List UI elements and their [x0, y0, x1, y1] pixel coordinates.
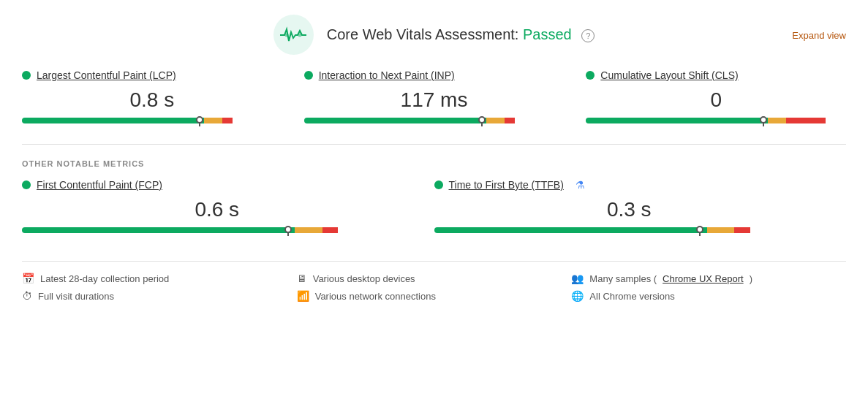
ttfb-bar-orange — [707, 227, 734, 233]
lcp-marker — [199, 116, 200, 126]
inp-dot — [304, 71, 313, 80]
flask-icon: ⚗ — [575, 179, 585, 191]
expand-view-link[interactable]: Expand view — [792, 29, 846, 40]
title-prefix: Core Web Vitals Assessment: — [327, 26, 523, 42]
fcp-label: First Contentful Paint (FCP) — [22, 179, 412, 191]
svg-point-0 — [285, 33, 289, 37]
wifi-icon: 📶 — [297, 290, 309, 302]
ttfb-bar-red — [734, 227, 750, 233]
ttfb-bar-container — [434, 227, 825, 239]
footer-item-chrome: 🌐 All Chrome versions — [571, 290, 846, 302]
lcp-label: Largest Contentful Paint (LCP) — [22, 69, 282, 81]
inp-marker-line — [481, 122, 483, 126]
cls-marker-line — [763, 122, 764, 126]
footer-info: 📅 Latest 28-day collection period ⏱ Full… — [22, 261, 846, 302]
cls-dot — [586, 71, 595, 80]
header-title: Core Web Vitals Assessment: Passed ? — [327, 26, 595, 43]
lcp-bar-red — [222, 118, 233, 123]
lcp-bar-orange — [204, 118, 222, 123]
ttfb-bar — [434, 227, 825, 233]
cls-value: 0 — [586, 88, 846, 112]
ttfb-dot — [434, 180, 443, 189]
main-container: Core Web Vitals Assessment: Passed ? Exp… — [0, 0, 868, 316]
footer-28day-text: Latest 28-day collection period — [40, 273, 169, 284]
title-status: Passed — [523, 26, 572, 42]
vitals-icon — [273, 15, 314, 55]
cls-link[interactable]: Cumulative Layout Shift (CLS) — [600, 69, 738, 81]
footer-item-28day: 📅 Latest 28-day collection period — [22, 273, 297, 284]
users-icon: 👥 — [571, 273, 584, 284]
footer-chrome-text: All Chrome versions — [589, 291, 674, 302]
inp-bar-orange — [486, 118, 505, 123]
clock-icon: ⏱ — [22, 290, 32, 302]
inp-bar — [304, 118, 565, 123]
footer-col-3: 👥 Many samples (Chrome UX Report) 🌐 All … — [571, 273, 846, 302]
ttfb-label: Time to First Byte (TTFB) ⚗ — [434, 179, 825, 191]
ttfb-marker — [699, 226, 701, 236]
secondary-metrics-row: First Contentful Paint (FCP) 0.6 s Time … — [22, 179, 846, 239]
primary-metrics-row: Largest Contentful Paint (LCP) 0.8 s Int… — [22, 69, 846, 145]
lcp-link[interactable]: Largest Contentful Paint (LCP) — [37, 69, 176, 81]
ttfb-bar-green — [434, 227, 707, 233]
footer-col-2: 🖥 Various desktop devices 📶 Various netw… — [297, 273, 572, 302]
fcp-bar-orange — [295, 227, 322, 233]
fcp-dot — [22, 180, 31, 189]
inp-bar-container — [304, 118, 565, 129]
ttfb-marker-line — [699, 232, 701, 236]
desktop-icon: 🖥 — [297, 273, 307, 284]
fcp-marker — [287, 226, 289, 236]
metric-card-inp: Interaction to Next Paint (INP) 117 ms — [304, 69, 586, 129]
lcp-value: 0.8 s — [22, 88, 282, 112]
fcp-bar-green — [22, 227, 295, 233]
lcp-marker-line — [199, 122, 200, 126]
lcp-dot — [22, 71, 31, 80]
inp-label: Interaction to Next Paint (INP) — [304, 69, 565, 81]
section-label: OTHER NOTABLE METRICS — [22, 159, 846, 168]
footer-desktop-text: Various desktop devices — [313, 273, 415, 284]
cls-bar-red — [786, 118, 825, 123]
fcp-bar — [22, 227, 412, 233]
lcp-bar-container — [22, 118, 282, 129]
inp-bar-green — [304, 118, 486, 123]
ttfb-value: 0.3 s — [434, 198, 825, 221]
metric-card-lcp: Largest Contentful Paint (LCP) 0.8 s — [22, 69, 304, 129]
inp-marker — [481, 116, 483, 126]
footer-samples-prefix: Many samples ( — [589, 273, 657, 284]
fcp-bar-red — [322, 227, 338, 233]
footer-visit-text: Full visit durations — [38, 291, 114, 302]
cls-bar-container — [586, 118, 846, 129]
lcp-bar-green — [22, 118, 204, 123]
fcp-marker-line — [287, 232, 289, 236]
cls-label: Cumulative Layout Shift (CLS) — [586, 69, 846, 81]
metric-card-fcp: First Contentful Paint (FCP) 0.6 s — [22, 179, 434, 239]
chrome-ux-report-link[interactable]: Chrome UX Report — [663, 273, 744, 284]
cls-marker — [763, 116, 764, 126]
metric-card-ttfb: Time to First Byte (TTFB) ⚗ 0.3 s — [434, 179, 847, 239]
cls-bar-green — [586, 118, 768, 123]
metric-card-cls: Cumulative Layout Shift (CLS) 0 — [586, 69, 846, 129]
fcp-value: 0.6 s — [22, 198, 412, 221]
cls-bar — [586, 118, 846, 123]
footer-item-samples: 👥 Many samples (Chrome UX Report) — [571, 273, 846, 284]
footer-item-desktop: 🖥 Various desktop devices — [297, 273, 572, 284]
inp-bar-red — [505, 118, 515, 123]
inp-value: 117 ms — [304, 88, 565, 112]
ttfb-link[interactable]: Time to First Byte (TTFB) — [449, 179, 564, 191]
footer-item-network: 📶 Various network connections — [297, 290, 572, 302]
footer-col-1: 📅 Latest 28-day collection period ⏱ Full… — [22, 273, 297, 302]
fcp-link[interactable]: First Contentful Paint (FCP) — [37, 179, 162, 191]
calendar-icon: 📅 — [22, 273, 34, 284]
chrome-icon: 🌐 — [571, 290, 584, 302]
header-section: Core Web Vitals Assessment: Passed ? Exp… — [22, 15, 846, 55]
footer-network-text: Various network connections — [315, 291, 436, 302]
inp-link[interactable]: Interaction to Next Paint (INP) — [319, 69, 455, 81]
lcp-bar — [22, 118, 282, 123]
fcp-bar-container — [22, 227, 412, 239]
help-icon[interactable]: ? — [581, 29, 595, 42]
footer-samples-suffix: ) — [750, 273, 752, 284]
cls-bar-orange — [768, 118, 786, 123]
svg-point-1 — [298, 33, 302, 37]
footer-item-visit: ⏱ Full visit durations — [22, 290, 297, 302]
